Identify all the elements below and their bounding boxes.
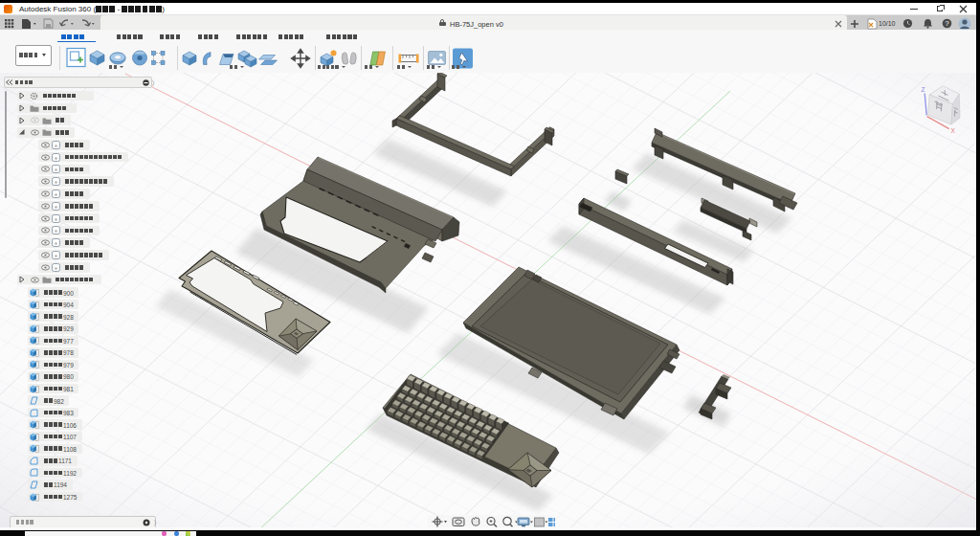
svg-text:?: ? [945,19,948,28]
